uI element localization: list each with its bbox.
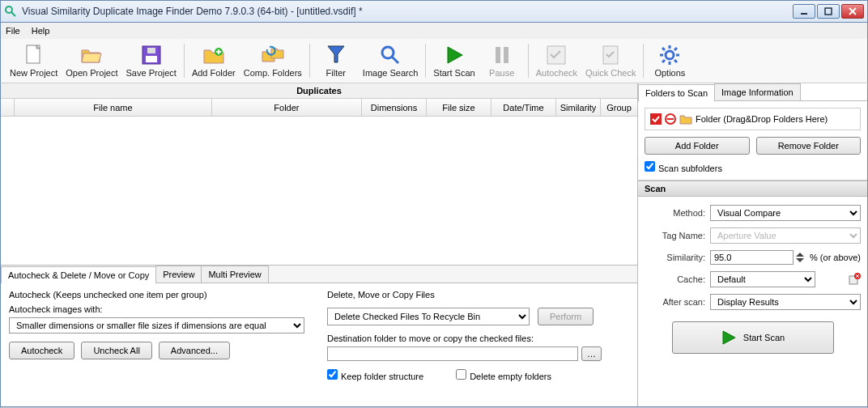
autocheck-with-label: Autocheck images with: [9, 304, 311, 314]
options-button[interactable]: Options [647, 41, 692, 80]
bottom-tab-strip: Autocheck & Delete / Move or Copy Previe… [1, 266, 637, 283]
col-datetime[interactable]: Date/Time [491, 99, 556, 116]
tab-preview[interactable]: Preview [155, 266, 202, 283]
cache-select[interactable]: Default [710, 271, 815, 287]
menu-help[interactable]: Help [32, 26, 50, 36]
right-start-scan-button[interactable]: Start Scan [672, 321, 834, 354]
duplicates-title: Duplicates [1, 83, 637, 99]
tagname-label: Tag Name: [645, 231, 705, 240]
col-group[interactable]: Group [601, 99, 637, 116]
start-scan-button[interactable]: Start Scan [429, 41, 479, 80]
scan-subfolders-checkbox[interactable]: Scan subfolders [645, 164, 722, 173]
keep-structure-checkbox[interactable]: Keep folder structure [327, 369, 423, 381]
svg-line-16 [392, 57, 398, 63]
tagname-select[interactable]: Aperture Value [710, 227, 861, 244]
dest-folder-input[interactable] [327, 346, 578, 361]
gear-icon [658, 44, 681, 66]
right-remove-folder-button[interactable]: Remove Folder [756, 137, 862, 155]
title-bar: Visual Similarity Duplicate Image Finder… [0, 0, 868, 23]
svg-marker-40 [723, 331, 735, 344]
window-title: Visual Similarity Duplicate Image Finder… [22, 6, 791, 17]
col-dimensions[interactable]: Dimensions [362, 99, 427, 116]
svg-rect-18 [496, 47, 500, 63]
toggle-check-icon [650, 113, 662, 125]
autocheck-run-button[interactable]: Autocheck [9, 342, 74, 359]
svg-rect-9 [146, 56, 157, 62]
menu-bar: File Help [0, 23, 868, 39]
pause-icon [491, 44, 513, 66]
svg-marker-35 [796, 258, 804, 262]
magnifier-icon [379, 44, 402, 66]
uncheck-all-button[interactable]: Uncheck All [81, 342, 151, 359]
after-scan-select[interactable]: Display Results [710, 294, 861, 310]
delete-cache-icon[interactable] [848, 273, 861, 286]
method-label: Method: [645, 208, 705, 218]
svg-line-27 [662, 48, 665, 50]
svg-rect-31 [650, 113, 662, 125]
folder-drop-hint: Folder (Drag&Drop Folders Here) [696, 114, 828, 124]
svg-rect-10 [147, 48, 155, 53]
col-filesize[interactable]: File size [427, 99, 491, 116]
advanced-button[interactable]: Advanced... [159, 342, 230, 359]
col-folder[interactable]: Folder [212, 99, 362, 116]
col-filename[interactable]: File name [15, 99, 212, 116]
delete-empty-checkbox[interactable]: Delete empty folders [456, 369, 551, 381]
scan-section-head: Scan [638, 181, 867, 197]
browse-button[interactable]: … [581, 346, 602, 361]
folder-add-icon [202, 44, 225, 66]
svg-line-30 [662, 60, 665, 62]
quick-check-button[interactable]: Quick Check [581, 41, 640, 80]
save-project-button[interactable]: Save Project [122, 41, 181, 80]
method-select[interactable]: Visual Compare [710, 205, 861, 221]
perform-button[interactable]: Perform [538, 308, 594, 325]
svg-point-0 [6, 6, 12, 13]
spin-down-icon[interactable] [795, 257, 805, 263]
filter-button[interactable]: Filter [313, 41, 359, 80]
svg-point-22 [666, 51, 674, 59]
svg-line-1 [11, 12, 15, 16]
spin-up-icon[interactable] [795, 252, 805, 257]
new-project-button[interactable]: New Project [6, 41, 62, 80]
svg-marker-17 [448, 47, 462, 63]
dmc-title: Delete, Move or Copy Files [327, 290, 629, 300]
autocheck-rule-select[interactable]: Smaller dimensions or smaller file sizes… [9, 317, 304, 334]
maximize-button[interactable] [817, 4, 840, 19]
comp-folders-button[interactable]: Comp. Folders [240, 41, 306, 80]
remove-icon [665, 113, 676, 125]
menu-file[interactable]: File [6, 26, 20, 36]
col-similarity[interactable]: Similarity [556, 99, 601, 116]
grid-body [1, 117, 637, 265]
pause-button[interactable]: Pause [479, 41, 525, 80]
add-folder-button[interactable]: Add Folder [188, 41, 240, 80]
svg-line-29 [674, 48, 677, 50]
folder-drop-area[interactable]: Folder (Drag&Drop Folders Here) [645, 108, 861, 130]
dmc-action-select[interactable]: Delete Checked Files To Recycle Bin [327, 308, 530, 325]
autocheck-button[interactable]: Autocheck [532, 41, 581, 80]
tab-image-information[interactable]: Image Information [714, 83, 801, 100]
similarity-input[interactable] [710, 250, 794, 265]
tab-folders-to-scan[interactable]: Folders to Scan [638, 84, 715, 101]
autocheck-desc: Autocheck (Keeps unchecked one item per … [9, 290, 311, 300]
right-tab-strip: Folders to Scan Image Information [638, 83, 867, 101]
folder-icon [679, 113, 692, 125]
open-project-button[interactable]: Open Project [62, 41, 121, 80]
svg-line-28 [674, 60, 677, 62]
play-icon [721, 329, 737, 346]
funnel-icon [325, 44, 347, 66]
after-scan-label: After scan: [645, 297, 705, 307]
checklist-icon [545, 44, 568, 66]
app-icon [4, 5, 17, 18]
toolbar: New Project Open Project Save Project Ad… [0, 39, 868, 83]
folders-compare-icon [262, 44, 284, 66]
floppy-icon [140, 44, 163, 66]
tab-autocheck[interactable]: Autocheck & Delete / Move or Copy [1, 266, 156, 283]
dest-label: Destination folder to move or copy the c… [327, 334, 629, 343]
image-search-button[interactable]: Image Search [359, 41, 422, 80]
svg-marker-14 [328, 46, 344, 62]
right-add-folder-button[interactable]: Add Folder [645, 137, 750, 155]
tab-multi-preview[interactable]: Multi Preview [201, 266, 268, 283]
close-button[interactable] [841, 4, 864, 19]
svg-rect-3 [825, 8, 832, 15]
minimize-button[interactable] [793, 4, 815, 19]
svg-rect-19 [504, 47, 508, 63]
